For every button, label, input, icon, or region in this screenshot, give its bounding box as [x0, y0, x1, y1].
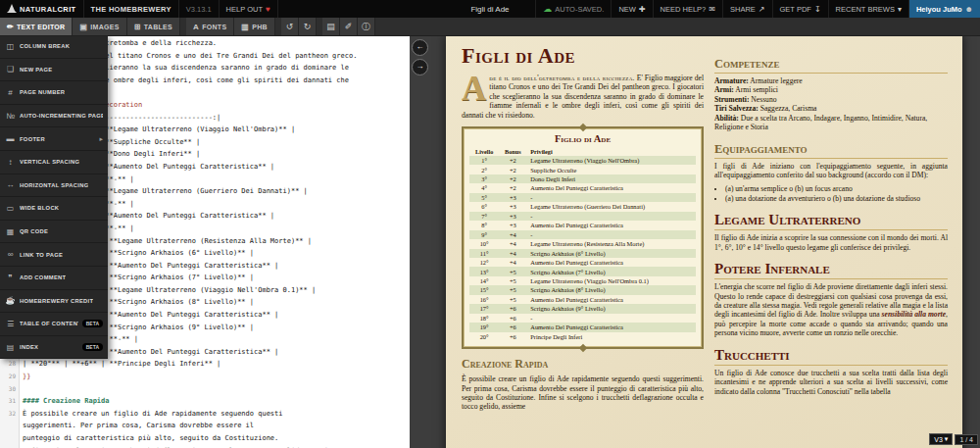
editor-line[interactable]: punteggio di caratteristica più alto, se… [0, 432, 410, 445]
class-table-row: 13°+5Scrigno Arkhaios (7° Livello) [469, 267, 696, 275]
top-bar: NATURALCRIT THE HOMEBREWERY V3.13.1 HELP… [0, 0, 980, 18]
class-table-cell: Principe Degli Inferi [526, 332, 696, 341]
class-table-row: 12°+4Aumento Del Punteggi Caratteristica [469, 258, 696, 267]
line-number: 29 [0, 371, 20, 383]
new-label: NEW [618, 5, 636, 14]
brand-label: NATURALCRIT [20, 5, 76, 14]
recent-brews-button[interactable]: RECENT BREWS ▾ [828, 0, 908, 18]
snippet-item-horizontal-spacing[interactable]: ↔HORIZONTAL SPACING [0, 174, 108, 198]
tab-text-editor[interactable]: ✏ TEXT EDITOR [0, 18, 73, 35]
need-help-label: NEED HELP? [661, 5, 707, 14]
snippet-item-index[interactable]: ▤INDEXBETA [0, 336, 108, 360]
renderer-version-selector[interactable]: V3 ▾ [929, 433, 953, 445]
snippet-item-page-number[interactable]: #PAGE NUMBER [0, 81, 108, 105]
intro-paragraph: Ade è il dio dell'oltretomba e della ric… [462, 74, 704, 120]
snippet-item-vertical-spacing[interactable]: ↕VERTICAL SPACING [0, 151, 108, 174]
snippet-item-link-to-page[interactable]: ∞LINK TO PAGE [0, 243, 108, 267]
tab-images[interactable]: ▣ IMAGES [73, 18, 126, 35]
trucchetti-paragraph: Un figlio di Ade conosce due trucchetti … [714, 369, 948, 396]
class-table-cell: +6 [499, 332, 526, 341]
editor-line[interactable]: 32È possibile creare un figlio di Ade ra… [0, 408, 410, 421]
editor-toolbar: ✏ TEXT EDITOR ▣ IMAGES ⊞ TABLES A FONTS … [0, 18, 980, 36]
class-table-cell: +2 [499, 165, 526, 174]
get-pdf-button[interactable]: GET PDF ↧ [772, 0, 828, 18]
class-table-cell: Scrigno Arkhaios (6° Livello) [526, 249, 696, 258]
credit-icon: ☕ [5, 296, 16, 305]
expand-editor-arrow[interactable]: → [412, 59, 428, 75]
version-label: V3.13.1 [179, 0, 220, 18]
mail-icon: ✉ [709, 5, 715, 14]
redo-button[interactable]: ↻ [299, 18, 317, 35]
class-table-cell: +4 [499, 230, 526, 239]
class-table-cell: Scrigno Arkhaios (8° Livello) [526, 285, 696, 294]
phb-button[interactable]: ▥ PHB [234, 18, 275, 35]
snippet-item-auto-incrementing-page-number[interactable]: №AUTO-INCREMENTING PAGE NUMBER [0, 105, 108, 128]
intro-lead: de è il dio dell'oltretomba e della ricc… [489, 74, 635, 82]
heading-legame-ultraterreno: Legame Ultraterreno [714, 212, 948, 230]
proficiency-value: Armi semplici [735, 85, 778, 94]
info-button[interactable]: ⓘ [358, 18, 375, 35]
class-table-cell: 15° [469, 285, 499, 294]
snippet-item-new-page[interactable]: ❏NEW PAGE [0, 59, 108, 82]
editor-line[interactable]: Infine si scelgono i trucchetti deflagra… [0, 445, 410, 448]
layout-icon: ▤ [326, 22, 335, 31]
class-table-cell: +5 [499, 285, 526, 294]
need-help-button[interactable]: NEED HELP? ✉ [653, 0, 722, 18]
class-table-cell: Aumento Del Punteggi Caratteristica [526, 258, 696, 267]
snippet-label: TABLE OF CONTENTS [20, 321, 78, 326]
proficiency-line: Armi: Armi semplici [714, 85, 948, 94]
heading-potere-infernale: Potere Infernale [714, 261, 948, 279]
tab-tables[interactable]: ⊞ TABLES [127, 18, 180, 35]
editor-line[interactable]: 31#### Creazione Rapida [0, 395, 410, 408]
class-table-row: 2°+2Suppliche Occulte [469, 165, 696, 174]
naturalcrit-logo[interactable]: NATURALCRIT [0, 0, 84, 18]
share-button[interactable]: SHARE ↗ [722, 0, 772, 18]
class-table-row: 19°+6Aumento Del Punteggi Caratteristica [469, 323, 696, 331]
editor-code-text: #### Creazione Rapida [20, 395, 110, 408]
snippet-item-footer[interactable]: ▬FOOTER▸ [0, 127, 108, 151]
class-table-cell: +5 [499, 267, 526, 275]
help-out-link[interactable]: HELP OUT ♥ [220, 0, 278, 18]
editor-line[interactable]: 28| **20°** | **+6** | **Principe Degli … [0, 358, 410, 371]
class-table: LivelloBonusPrivilegi 1°+2Legame Ultrate… [469, 147, 696, 341]
class-table-cell: 7° [469, 212, 499, 221]
snippet-item-table-of-contents[interactable]: ☰TABLE OF CONTENTSBETA [0, 313, 108, 336]
class-table-row: 20°+6Principe Degli Inferi [469, 332, 696, 341]
undo-button[interactable]: ↺ [281, 18, 299, 35]
snippet-item-column-break[interactable]: ◫COLUMN BREAK [0, 35, 108, 59]
class-table-cell: +3 [499, 221, 526, 229]
heart-icon: ♥ [266, 5, 270, 14]
new-button[interactable]: NEW ✚ [611, 0, 652, 18]
app-title-link[interactable]: THE HOMEBREWERY [84, 0, 179, 18]
editor-code-text: | **20°** | **+6** | **Principe Degli In… [20, 358, 220, 371]
class-table-cell: 14° [469, 276, 499, 285]
toc-icon: ☰ [5, 320, 16, 328]
renderer-version-label: V3 [934, 436, 943, 443]
new-page-icon: ❏ [5, 65, 16, 74]
editor-line[interactable]: 29}} [0, 371, 410, 383]
class-table-cell: 18° [469, 314, 499, 323]
proficiency-line: Armature: Armature leggere [714, 76, 948, 85]
fonts-button[interactable]: A FONTS [186, 18, 234, 35]
class-table-cell: 12° [469, 258, 499, 267]
account-button[interactable]: Heiyou JuMo ☻ [908, 0, 980, 18]
class-table-cell: +2 [499, 183, 526, 192]
class-table-cell: Suppliche Occulte [526, 165, 696, 174]
comment-icon: ❞ [5, 274, 16, 282]
editor-line[interactable]: 30 [0, 383, 410, 396]
snippet-item-homebrewery-credit[interactable]: ☕HOMEBREWERY CREDIT [0, 290, 108, 314]
equipment-item: (a) una dotazione da avventuriero o (b) … [725, 194, 948, 204]
editor-line[interactable]: suggerimenti. Per prima cosa, Carisma do… [0, 420, 410, 432]
vertical-spacing-icon: ↕ [5, 158, 16, 167]
username-label: Heiyou JuMo [916, 5, 962, 14]
beta-badge: BETA [82, 343, 103, 351]
snippet-item-qr-code[interactable]: ▦QR CODE [0, 221, 108, 244]
collapse-editor-arrow[interactable]: ← [412, 39, 428, 56]
snippet-item-add-comment[interactable]: ❞ADD COMMENT [0, 267, 108, 290]
class-table-row: 9°+4- [469, 230, 696, 239]
class-table-cell: 16° [469, 295, 499, 304]
layout-button[interactable]: ▤ [322, 18, 340, 35]
brush-button[interactable]: ✐ [340, 18, 358, 35]
line-number: 32 [0, 408, 20, 421]
snippet-item-wide-block[interactable]: ▭WIDE BLOCK [0, 197, 108, 221]
